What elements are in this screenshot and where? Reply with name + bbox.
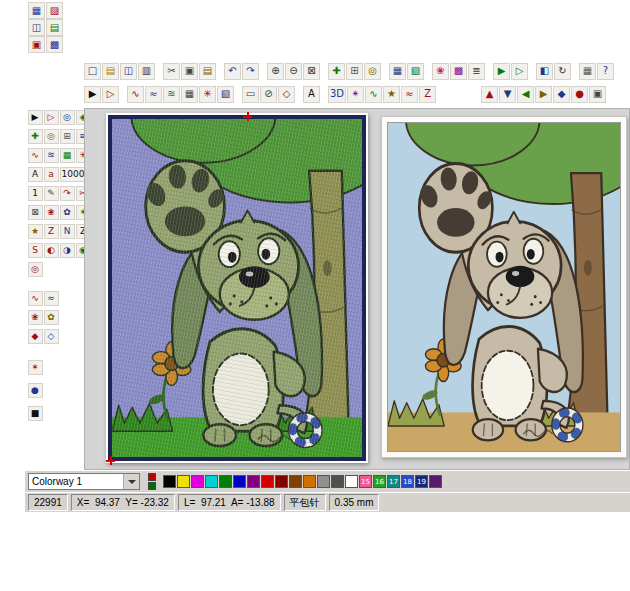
node-edit-tool[interactable]: ▷: [44, 110, 59, 125]
align-left-button[interactable]: ◀: [517, 86, 534, 103]
swatch-16[interactable]: 16: [373, 475, 386, 488]
contour-fill-button[interactable]: ▧: [217, 86, 234, 103]
mirror-button[interactable]: ◧: [536, 63, 553, 80]
star-fill-button[interactable]: ★: [383, 86, 400, 103]
undo-button[interactable]: ↶: [224, 63, 241, 80]
motif-fill-button[interactable]: ✳: [199, 86, 216, 103]
swatch-6[interactable]: [233, 475, 246, 488]
reshape-tool-button[interactable]: ▷: [102, 86, 119, 103]
swatch-11[interactable]: [303, 475, 316, 488]
help-button[interactable]: ?: [597, 63, 614, 80]
lettering-button[interactable]: A: [303, 86, 320, 103]
swatch-20[interactable]: [429, 475, 442, 488]
run-stitch-button[interactable]: ∿: [127, 86, 144, 103]
fill-holes-button[interactable]: ⊘: [260, 86, 277, 103]
wave-fill-button[interactable]: ≈: [401, 86, 418, 103]
petal-motif-tool[interactable]: ✿: [60, 205, 75, 220]
swatch-18[interactable]: 18: [401, 475, 414, 488]
lock-stitch-tool[interactable]: ⊠: [28, 205, 43, 220]
measure-button[interactable]: ✚: [328, 63, 345, 80]
rosette-tool[interactable]: ❀: [28, 310, 43, 325]
swatch-17[interactable]: 17: [387, 475, 400, 488]
swatch-14[interactable]: [345, 475, 358, 488]
swatch-8[interactable]: [261, 475, 274, 488]
spacing-button[interactable]: ●: [571, 86, 588, 103]
fill-tool[interactable]: ▦: [60, 148, 75, 163]
zoom-out-button[interactable]: ⊖: [285, 63, 302, 80]
run-stitch-tool[interactable]: ∿: [28, 148, 43, 163]
current-background-color[interactable]: [148, 482, 156, 490]
grid-button[interactable]: ⊞: [346, 63, 363, 80]
half-circle-tool[interactable]: ◐: [44, 243, 59, 258]
single-stitch-tool[interactable]: 1: [28, 186, 43, 201]
block-tool[interactable]: ■: [28, 406, 43, 421]
effects-button[interactable]: ✴: [347, 86, 364, 103]
zoom-tool[interactable]: ◎: [60, 110, 75, 125]
small-lettering-tool[interactable]: a: [44, 167, 59, 182]
mini-grid-button[interactable]: ▤: [46, 19, 63, 36]
jump-stitch-tool[interactable]: ↷: [60, 186, 75, 201]
colorway-select[interactable]: Colorway 1: [28, 473, 140, 490]
wave-tool[interactable]: ∿: [28, 291, 43, 306]
align-top-button[interactable]: ▲: [481, 86, 498, 103]
zoom-in-button[interactable]: ⊕: [267, 63, 284, 80]
curve-tool[interactable]: ≈: [44, 291, 59, 306]
reference-artwork-view[interactable]: [381, 116, 627, 458]
align-right-button[interactable]: ▶: [535, 86, 552, 103]
options-button[interactable]: ▦: [579, 63, 596, 80]
new-button[interactable]: □: [84, 63, 101, 80]
triple-run-button[interactable]: ≈: [145, 86, 162, 103]
tatami-fill-button[interactable]: ▦: [181, 86, 198, 103]
grid-tool[interactable]: ⊞: [60, 129, 75, 144]
swatch-15[interactable]: 15: [359, 475, 372, 488]
swatch-12[interactable]: [317, 475, 330, 488]
select-tool-button[interactable]: ▶: [84, 86, 101, 103]
open-button[interactable]: ▤: [102, 63, 119, 80]
rotate-button[interactable]: ↻: [554, 63, 571, 80]
bloom-tool[interactable]: ✿: [44, 310, 59, 325]
dot-tool[interactable]: ●: [28, 383, 43, 398]
scan-button[interactable]: ▧: [407, 63, 424, 80]
slow-redraw-button[interactable]: ▷: [511, 63, 528, 80]
mini-save-button[interactable]: ◫: [28, 19, 45, 36]
view-3d-button[interactable]: 3D: [328, 86, 346, 103]
zigzag-stitch-tool[interactable]: Z: [44, 224, 59, 239]
measure-tool[interactable]: ✚: [28, 129, 43, 144]
swatch-4[interactable]: [205, 475, 218, 488]
mini-view-button[interactable]: ▩: [46, 36, 63, 53]
zoom-fit-button[interactable]: ⊠: [303, 63, 320, 80]
thread-colors-button[interactable]: ❀: [432, 63, 449, 80]
swatch-13[interactable]: [331, 475, 344, 488]
swatch-7[interactable]: [247, 475, 260, 488]
n-stitch-tool[interactable]: N: [60, 224, 75, 239]
zigzag-button[interactable]: Z: [419, 86, 436, 103]
mini-copy-button[interactable]: ▣: [28, 36, 45, 53]
copy-button[interactable]: ▣: [181, 63, 198, 80]
select-tool[interactable]: ▶: [28, 110, 43, 125]
cut-button[interactable]: ✂: [163, 63, 180, 80]
embroidery-design-view[interactable]: [106, 113, 368, 463]
outline-diamond-tool[interactable]: ◇: [44, 329, 59, 344]
swatch-1[interactable]: [163, 475, 176, 488]
chevron-down-icon[interactable]: [123, 474, 139, 489]
hoop-tool[interactable]: ◎: [44, 129, 59, 144]
distribute-button[interactable]: ▣: [589, 86, 606, 103]
mini-new-button[interactable]: ▦: [28, 2, 45, 19]
satin-stitch-button[interactable]: ≋: [163, 86, 180, 103]
mini-open-button[interactable]: ▨: [46, 2, 63, 19]
stitch-list-button[interactable]: ≣: [468, 63, 485, 80]
lettering-tool[interactable]: A: [28, 167, 43, 182]
swatch-10[interactable]: [289, 475, 302, 488]
color-film-button[interactable]: ▩: [450, 63, 467, 80]
applique-button[interactable]: ◇: [278, 86, 295, 103]
swatch-19[interactable]: 19: [415, 475, 428, 488]
circle-tool[interactable]: ◑: [60, 243, 75, 258]
print-button[interactable]: ▥: [138, 63, 155, 80]
s-stitch-tool[interactable]: S: [28, 243, 43, 258]
diamond-tool[interactable]: ◆: [28, 329, 43, 344]
swatch-3[interactable]: [191, 475, 204, 488]
stitch-player-button[interactable]: ▶: [493, 63, 510, 80]
save-button[interactable]: ◫: [120, 63, 137, 80]
ripple-button[interactable]: ∿: [365, 86, 382, 103]
satin-tool[interactable]: ≋: [44, 148, 59, 163]
